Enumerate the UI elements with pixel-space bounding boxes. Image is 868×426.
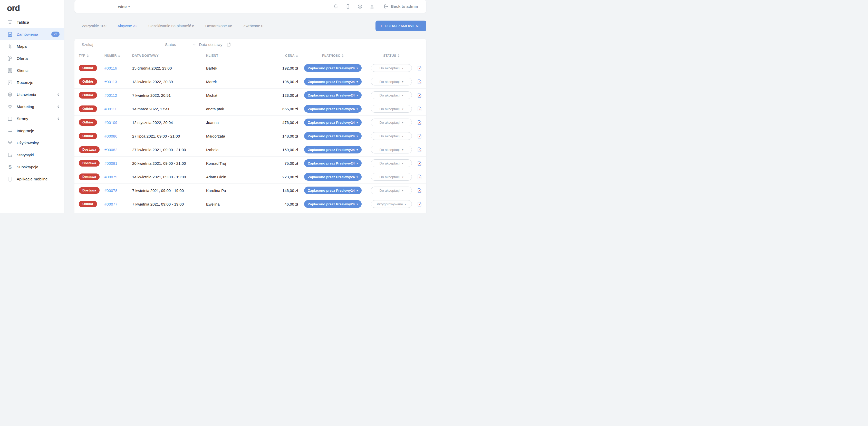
sidebar-item-marketing[interactable]: Marketing: [0, 100, 64, 113]
status-cell: Do akceptacji ▾: [368, 146, 415, 153]
sidebar-item-zamowienia[interactable]: Zamówienia 22: [0, 28, 64, 40]
order-number-link[interactable]: #00082: [104, 148, 117, 152]
status-dropdown-button[interactable]: Do akceptacji ▾: [371, 173, 412, 181]
price-cell: 665,00 zł: [262, 107, 298, 111]
order-number-link[interactable]: #00081: [104, 161, 117, 165]
status-dropdown-button[interactable]: Do akceptacji ▾: [371, 64, 412, 72]
sidebar-item-tablica[interactable]: Tablica: [0, 16, 64, 28]
status-dropdown-button[interactable]: Do akceptacji ▾: [371, 91, 412, 99]
pdf-cell: [415, 65, 422, 71]
pdf-icon[interactable]: [417, 188, 422, 193]
status-dropdown-button[interactable]: Do akceptacji ▾: [371, 187, 412, 194]
order-number-link[interactable]: #00086: [104, 134, 117, 138]
status-dropdown-button[interactable]: Przygotowywane ▾: [371, 200, 412, 208]
pdf-icon[interactable]: [417, 106, 422, 112]
sidebar-item-mapa[interactable]: Mapa: [0, 40, 64, 52]
sidebar-item-aplikacje-mobilne[interactable]: Aplikacje mobilne: [0, 173, 64, 185]
pdf-icon[interactable]: [417, 120, 422, 125]
order-number-cell: #00111: [104, 107, 132, 111]
sidebar-item-subskrypcja[interactable]: $ Subskrypcja: [0, 161, 64, 173]
status-dropdown-button[interactable]: Do akceptacji ▾: [371, 119, 412, 126]
order-type-cell: Odbiór: [79, 78, 104, 85]
plus-icon: +: [380, 23, 383, 28]
payment-dropdown-button[interactable]: Zapłacono przez Przelewy24 ▾: [304, 119, 362, 126]
order-number-link[interactable]: #00109: [104, 120, 117, 125]
sidebar-item-label: Użytkownicy: [17, 141, 39, 145]
status-dropdown-button[interactable]: Do akceptacji ▾: [371, 105, 412, 113]
tab-filter[interactable]: Wszystkie 109: [82, 24, 106, 28]
sidebar-item-recenzje[interactable]: Recenzje: [0, 77, 64, 89]
columns-icon: [7, 116, 13, 122]
order-number-link[interactable]: #00078: [104, 188, 117, 193]
pdf-icon[interactable]: [417, 79, 422, 85]
pdf-icon[interactable]: [417, 147, 422, 152]
chevron-down-icon: [193, 43, 196, 45]
pdf-icon[interactable]: [417, 174, 422, 180]
search-input[interactable]: [82, 42, 165, 47]
payment-dropdown-button[interactable]: Zapłacono przez Przelewy24 ▾: [304, 132, 362, 140]
sidebar-item-klienci[interactable]: Klienci: [0, 64, 64, 77]
payment-dropdown-button[interactable]: Zapłacono przez Przelewy24 ▾: [304, 91, 362, 99]
bell-icon[interactable]: [333, 4, 339, 9]
status-filter-select[interactable]: Status: [165, 42, 196, 47]
column-header-numer[interactable]: NUMER: [104, 54, 132, 58]
mobile-device-icon[interactable]: [345, 4, 350, 9]
sidebar-item-oferta[interactable]: Oferta: [0, 52, 64, 64]
column-header-typ[interactable]: TYP: [79, 54, 104, 58]
tab-filter[interactable]: Zwrócone 0: [243, 24, 263, 28]
status-dropdown-button[interactable]: Do akceptacji ▾: [371, 78, 412, 86]
payment-cell: Zapłacono przez Przelewy24 ▾: [298, 173, 368, 181]
column-header-status[interactable]: STATUS: [368, 54, 415, 58]
order-number-cell: #00077: [104, 202, 132, 206]
filters-row: Status Data dostawy: [74, 39, 426, 50]
store-selector[interactable]: wine ▾: [118, 0, 130, 13]
delivery-date-filter[interactable]: Data dostawy: [199, 42, 231, 47]
payment-dropdown-button[interactable]: Zapłacono przez Przelewy24 ▾: [304, 146, 362, 153]
payment-dropdown-button[interactable]: Zapłacono przez Przelewy24 ▾: [304, 159, 362, 167]
order-type-badge: Odbiór: [79, 78, 97, 85]
column-header-cena[interactable]: CENA: [262, 54, 298, 58]
pdf-icon[interactable]: [417, 161, 422, 166]
pdf-icon[interactable]: [417, 93, 422, 98]
sort-icon: [296, 54, 298, 58]
status-dropdown-button[interactable]: Do akceptacji ▾: [371, 146, 412, 153]
payment-dropdown-button[interactable]: Zapłacono przez Przelewy24 ▾: [304, 105, 362, 113]
payment-dropdown-button[interactable]: Zapłacono przez Przelewy24 ▾: [304, 187, 362, 194]
tab-filter[interactable]: Oczekiwanie na płatność 6: [148, 24, 194, 28]
tab-filter[interactable]: Dostarczone 66: [205, 24, 232, 28]
order-type-badge: Odbiór: [79, 105, 97, 113]
order-number-link[interactable]: #00077: [104, 202, 117, 206]
pdf-icon[interactable]: [417, 133, 422, 139]
order-number-link[interactable]: #00116: [104, 66, 117, 70]
payment-dropdown-button[interactable]: Zapłacono przez Przelewy24 ▾: [304, 78, 362, 86]
order-type-cell: Odbiór: [79, 119, 104, 126]
help-lifebuoy-icon[interactable]: [357, 4, 363, 9]
order-number-link[interactable]: #00112: [104, 93, 117, 97]
sidebar-item-uzytkownicy[interactable]: Użytkownicy: [0, 137, 64, 149]
column-header-platnosc[interactable]: PŁATNOŚĆ: [298, 54, 368, 58]
status-dropdown-button[interactable]: Do akceptacji ▾: [371, 132, 412, 140]
pdf-icon[interactable]: [417, 202, 422, 207]
pdf-cell: [415, 120, 422, 125]
payment-dropdown-button[interactable]: Zapłacono przez Przelewy24 ▾: [304, 200, 362, 208]
payment-dropdown-button[interactable]: Zapłacono przez Przelewy24 ▾: [304, 173, 362, 181]
status-dropdown-button[interactable]: Do akceptacji ▾: [371, 159, 412, 167]
order-number-cell: #00078: [104, 188, 132, 193]
payment-dropdown-button[interactable]: Zapłacono przez Przelewy24 ▾: [304, 64, 362, 72]
chevron-down-icon: ▾: [402, 135, 403, 138]
delivery-date-cell: 7 kwietnia 2021, 09:00 - 19:00: [132, 188, 206, 193]
sidebar-item-integracje[interactable]: Integracje: [0, 125, 64, 137]
sidebar-item-ustawienia[interactable]: Ustawienia: [0, 89, 64, 100]
order-number-link[interactable]: #00113: [104, 80, 117, 84]
order-number-link[interactable]: #00079: [104, 175, 117, 179]
tab-filter[interactable]: Aktywne 32: [118, 24, 137, 28]
order-number-link[interactable]: #00111: [104, 107, 117, 111]
add-order-button[interactable]: + DODAJ ZAMÓWIENIE: [375, 21, 426, 31]
back-to-admin-link[interactable]: Back to admin: [383, 4, 418, 9]
pdf-icon[interactable]: [417, 65, 422, 71]
sidebar-item-strony[interactable]: Strony: [0, 113, 64, 125]
app-logo: ord: [0, 0, 64, 13]
status-cell: Do akceptacji ▾: [368, 187, 415, 194]
sidebar-item-statystyki[interactable]: Statystyki: [0, 149, 64, 161]
user-icon[interactable]: [369, 4, 375, 9]
